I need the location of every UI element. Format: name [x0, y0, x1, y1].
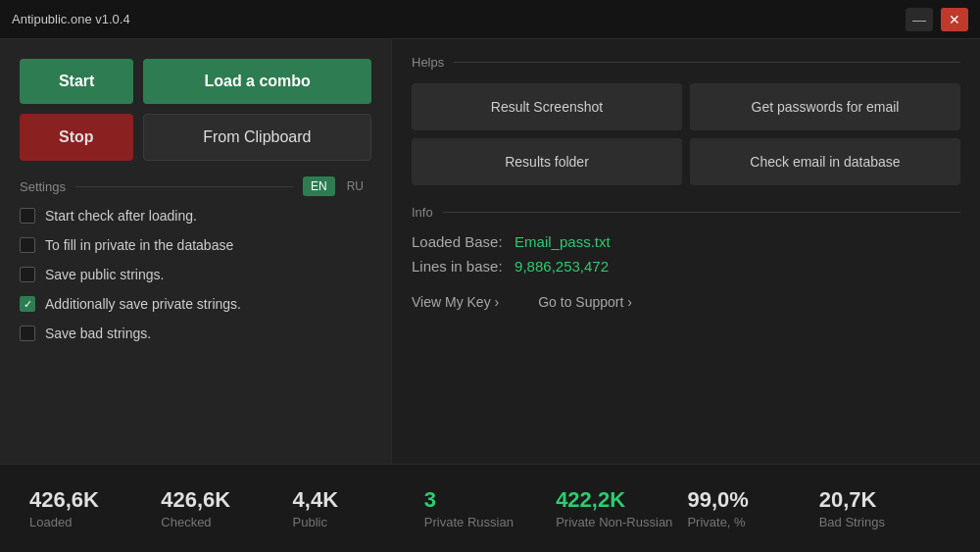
stat-label-5: Private Non-Russian — [556, 515, 672, 529]
helps-header: Helps — [412, 55, 960, 70]
info-divider — [443, 212, 960, 213]
lines-value: 9,886,253,472 — [514, 258, 609, 275]
loaded-base-value: Email_pass.txt — [514, 233, 611, 250]
settings-header: Settings EN RU — [20, 176, 371, 196]
settings-label: Settings — [20, 179, 66, 194]
stat-item-2: 426,6KChecked — [161, 487, 292, 529]
helps-label: Helps — [412, 55, 444, 70]
stat-item-1: 426,6KLoaded — [29, 487, 161, 529]
stat-value-5: 422,2K — [556, 487, 625, 513]
stat-value-2: 426,6K — [161, 487, 230, 513]
check-email-button[interactable]: Check email in database — [690, 138, 960, 185]
go-to-support-link[interactable]: Go to Support › — [538, 294, 632, 310]
start-button[interactable]: Start — [20, 59, 133, 104]
help-buttons-grid: Result Screenshot Get passwords for emai… — [412, 83, 960, 185]
checkbox-item-3[interactable]: Save public strings. — [20, 267, 371, 282]
checkbox-item-4[interactable]: Additionally save private strings. — [20, 296, 371, 312]
window-controls: — ✕ — [906, 8, 968, 31]
stat-label-4: Private Russian — [424, 515, 514, 529]
settings-divider — [75, 186, 293, 187]
loaded-base-row: Loaded Base: Email_pass.txt — [412, 233, 960, 250]
stat-value-1: 426,6K — [29, 487, 99, 513]
stop-button[interactable]: Stop — [20, 114, 133, 161]
left-panel: Start Load a combo Stop From Clipboard S… — [0, 39, 392, 464]
second-button-row: Stop From Clipboard — [20, 114, 371, 161]
checkbox-label-1: Start check after loading. — [45, 208, 197, 224]
stat-item-7: 20,7KBad Strings — [819, 487, 951, 529]
checkbox-box-4[interactable] — [20, 296, 35, 312]
stat-item-6: 99,0%Private, % — [687, 487, 818, 529]
stat-item-5: 422,2KPrivate Non-Russian — [556, 487, 687, 529]
checkbox-box-1[interactable] — [20, 208, 35, 224]
info-header: Info — [412, 205, 960, 220]
language-toggle: EN RU — [303, 176, 371, 196]
info-label: Info — [412, 205, 433, 220]
checkbox-box-3[interactable] — [20, 267, 35, 282]
checkbox-label-5: Save bad strings. — [45, 326, 151, 341]
view-my-key-link[interactable]: View My Key › — [412, 294, 499, 310]
window-title: Antipublic.one v1.0.4 — [12, 12, 130, 26]
lang-ru-button[interactable]: RU — [339, 176, 371, 196]
from-clipboard-button[interactable]: From Clipboard — [143, 114, 371, 161]
stat-item-3: 4,4KPublic — [293, 487, 424, 529]
checkbox-item-5[interactable]: Save bad strings. — [20, 326, 371, 341]
lang-en-button[interactable]: EN — [303, 176, 335, 196]
stat-label-6: Private, % — [687, 515, 745, 529]
checkbox-label-3: Save public strings. — [45, 267, 164, 282]
links-row: View My Key › Go to Support › — [412, 294, 960, 310]
stat-label-7: Bad Strings — [819, 515, 885, 529]
checkbox-item-1[interactable]: Start check after loading. — [20, 208, 371, 224]
main-container: Start Load a combo Stop From Clipboard S… — [0, 39, 980, 464]
stat-value-6: 99,0% — [687, 487, 748, 513]
stat-label-3: Public — [293, 515, 327, 529]
stats-bar: 426,6KLoaded426,6KChecked4,4KPublic3Priv… — [0, 464, 980, 552]
result-screenshot-button[interactable]: Result Screenshot — [412, 83, 682, 130]
lines-base-row: Lines in base: 9,886,253,472 — [412, 258, 960, 275]
checkbox-label-2: To fill in private in the database — [45, 237, 233, 253]
helps-divider — [454, 62, 960, 63]
stat-value-7: 20,7K — [819, 487, 877, 513]
load-combo-button[interactable]: Load a combo — [143, 59, 371, 104]
checkbox-list: Start check after loading.To fill in pri… — [20, 208, 371, 341]
checkbox-label-4: Additionally save private strings. — [45, 296, 241, 312]
results-folder-button[interactable]: Results folder — [412, 138, 682, 185]
stat-item-4: 3Private Russian — [424, 487, 556, 529]
stat-value-3: 4,4K — [293, 487, 338, 513]
stat-label-1: Loaded — [29, 515, 72, 529]
minimize-button[interactable]: — — [906, 8, 933, 31]
stat-label-2: Checked — [161, 515, 211, 529]
checkbox-box-5[interactable] — [20, 326, 35, 341]
stat-value-4: 3 — [424, 487, 436, 513]
lines-key: Lines in base: — [412, 258, 503, 275]
checkbox-item-2[interactable]: To fill in private in the database — [20, 237, 371, 253]
close-button[interactable]: ✕ — [941, 8, 968, 31]
right-panel: Helps Result Screenshot Get passwords fo… — [392, 39, 980, 464]
title-bar: Antipublic.one v1.0.4 — ✕ — [0, 0, 980, 39]
get-passwords-button[interactable]: Get passwords for email — [690, 83, 960, 130]
loaded-base-key: Loaded Base: — [412, 233, 503, 250]
top-button-row: Start Load a combo — [20, 59, 371, 104]
checkbox-box-2[interactable] — [20, 237, 35, 253]
